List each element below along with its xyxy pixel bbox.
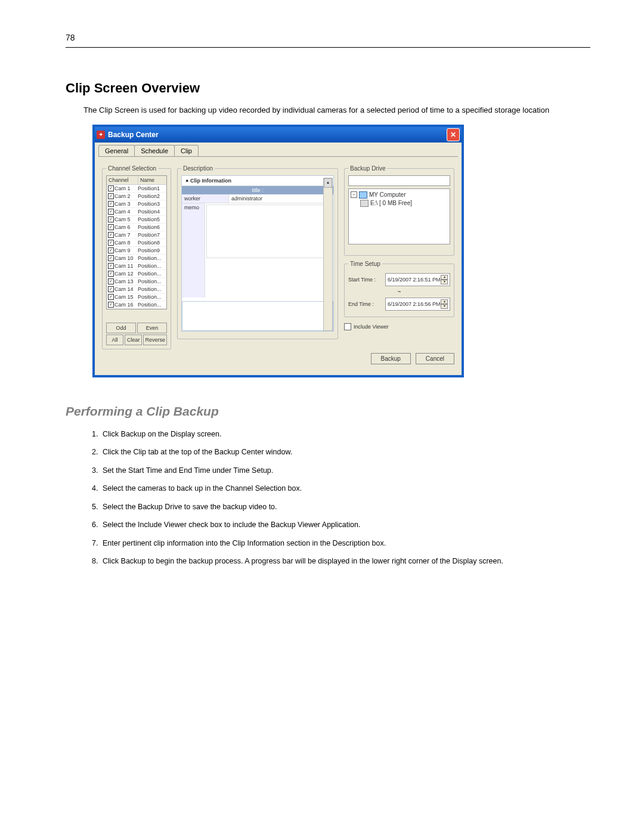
spin-down-icon[interactable]: ▾ (441, 304, 448, 309)
drive-icon (360, 200, 369, 207)
channel-row[interactable]: ✓Cam 3Position3 (107, 200, 166, 208)
step-item: Select the cameras to back up in the Cha… (100, 484, 590, 494)
intro-paragraph: The Clip Screen is used for backing up v… (66, 104, 590, 116)
reverse-button[interactable]: Reverse (143, 335, 167, 345)
steps-list: Click Backup on the Display screen.Click… (66, 429, 590, 567)
clear-button[interactable]: Clear (125, 335, 142, 345)
step-item: Click the Clip tab at the top of the Bac… (100, 447, 590, 458)
checkbox-icon[interactable]: ✓ (108, 209, 114, 215)
backup-button[interactable]: Backup (371, 353, 411, 364)
backup-center-window: ✦ Backup Center ✕ General Schedule Clip … (92, 125, 464, 377)
checkbox-icon[interactable]: ✓ (108, 193, 114, 199)
time-setup-group: Time Setup Start Time : 6/19/2007 2:16:5… (344, 261, 454, 317)
checkbox-icon[interactable]: ✓ (108, 247, 114, 253)
step-item: Set the Start Time and End Time under Ti… (100, 466, 590, 476)
spin-down-icon[interactable]: ▾ (441, 280, 448, 284)
col-name: Name (138, 176, 166, 184)
channel-row[interactable]: ✓Cam 10Position... (107, 255, 166, 262)
odd-button[interactable]: Odd (106, 323, 136, 333)
drive-tree[interactable]: − MY Computer E:\ [ 0 MB Free] (348, 188, 450, 244)
spin-up-icon[interactable]: ▴ (441, 299, 448, 304)
clip-information-header: ● Clip Information (182, 176, 333, 186)
channel-selection-group: Channel Selection Channel Name ✓Cam 1Pos… (102, 165, 171, 349)
start-time-input[interactable]: 6/19/2007 2:16:51 PM ▴▾ (385, 273, 450, 286)
step-item: Select the Backup Drive to save the back… (100, 502, 590, 513)
app-icon: ✦ (97, 131, 105, 139)
description-legend: Description (181, 165, 215, 172)
checkbox-icon[interactable]: ✓ (108, 232, 114, 238)
include-viewer-checkbox[interactable] (344, 323, 351, 330)
end-time-input[interactable]: 6/19/2007 2:16:56 PM ▴▾ (385, 298, 450, 311)
cancel-button[interactable]: Cancel (416, 353, 454, 364)
drive-path-input[interactable] (348, 175, 450, 186)
time-range-separator: ~ (348, 289, 450, 295)
channel-row[interactable]: ✓Cam 11Position... (107, 262, 166, 270)
horizontal-rule (66, 47, 590, 48)
titlebar: ✦ Backup Center ✕ (95, 127, 462, 143)
channel-row[interactable]: ✓Cam 13Position... (107, 278, 166, 286)
channel-selection-legend: Channel Selection (106, 165, 158, 172)
checkbox-icon[interactable]: ✓ (108, 302, 114, 308)
drive-e-node[interactable]: E:\ [ 0 MB Free] (370, 200, 412, 206)
scrollbar[interactable]: ▴ (323, 178, 333, 331)
checkbox-icon[interactable]: ✓ (108, 278, 114, 284)
channel-row[interactable]: ✓Cam 16Position... (107, 301, 166, 309)
even-button[interactable]: Even (137, 323, 167, 333)
checkbox-icon[interactable]: ✓ (108, 286, 114, 292)
checkbox-icon[interactable]: ✓ (108, 240, 114, 246)
my-computer-node[interactable]: MY Computer (369, 191, 406, 198)
memo-field[interactable] (206, 205, 332, 258)
channel-row[interactable]: ✓Cam 9Position9 (107, 247, 166, 255)
backup-drive-group: Backup Drive − MY Computer E:\ [ 0 MB Fr… (344, 165, 454, 256)
channel-row[interactable]: ✓Cam 14Position... (107, 286, 166, 293)
step-item: Click Backup on the Display screen. (100, 429, 590, 440)
channel-row[interactable]: ✓Cam 4Position4 (107, 208, 166, 216)
start-time-label: Start Time : (348, 277, 382, 283)
description-textarea[interactable] (182, 301, 333, 331)
subsection-heading: Performing a Clip Backup (66, 404, 590, 419)
all-button[interactable]: All (106, 335, 123, 345)
channel-row[interactable]: ✓Cam 5Position5 (107, 216, 166, 224)
tab-clip[interactable]: Clip (174, 145, 199, 156)
checkbox-icon[interactable]: ✓ (108, 216, 114, 222)
checkbox-icon[interactable]: ✓ (108, 263, 114, 269)
tab-bar: General Schedule Clip (95, 143, 462, 156)
window-title: Backup Center (108, 131, 447, 139)
channel-row[interactable]: ✓Cam 2Position2 (107, 193, 166, 200)
step-item: Enter pertinent clip information into th… (100, 538, 590, 549)
step-item: Click Backup to begin the backup process… (100, 556, 590, 567)
worker-label: worker (182, 194, 229, 203)
checkbox-icon[interactable]: ✓ (108, 185, 114, 191)
worker-value: administrator (229, 194, 265, 203)
spin-up-icon[interactable]: ▴ (441, 275, 448, 280)
channel-row[interactable]: ✓Cam 15Position... (107, 293, 166, 301)
collapse-icon[interactable]: − (351, 191, 357, 198)
include-viewer-label: Include Viewer (354, 324, 389, 330)
checkbox-icon[interactable]: ✓ (108, 255, 114, 261)
checkbox-icon[interactable]: ✓ (108, 201, 114, 207)
channel-row[interactable]: ✓Cam 12Position... (107, 270, 166, 278)
checkbox-icon[interactable]: ✓ (108, 224, 114, 230)
description-group: Description ● Clip Information title : w… (177, 165, 338, 339)
channel-row[interactable]: ✓Cam 8Position8 (107, 239, 166, 247)
memo-label: memo (182, 203, 205, 298)
channel-row[interactable]: ✓Cam 1Position1 (107, 185, 166, 193)
close-icon[interactable]: ✕ (447, 128, 460, 141)
checkbox-icon[interactable]: ✓ (108, 294, 114, 300)
computer-icon (359, 191, 367, 199)
tab-general[interactable]: General (98, 145, 135, 156)
section-heading: Clip Screen Overview (66, 80, 590, 96)
step-item: Select the Include Viewer check box to i… (100, 520, 590, 531)
checkbox-icon[interactable]: ✓ (108, 271, 114, 277)
scroll-up-icon[interactable]: ▴ (324, 178, 332, 188)
clip-title-row: title : (182, 186, 333, 194)
channel-row[interactable]: ✓Cam 7Position7 (107, 231, 166, 239)
col-channel: Channel (107, 176, 138, 184)
tab-schedule[interactable]: Schedule (134, 145, 175, 156)
backup-drive-legend: Backup Drive (348, 165, 387, 172)
page-number: 78 (66, 33, 590, 42)
time-setup-legend: Time Setup (348, 261, 382, 267)
end-time-label: End Time : (348, 301, 382, 307)
channel-row[interactable]: ✓Cam 6Position6 (107, 224, 166, 231)
